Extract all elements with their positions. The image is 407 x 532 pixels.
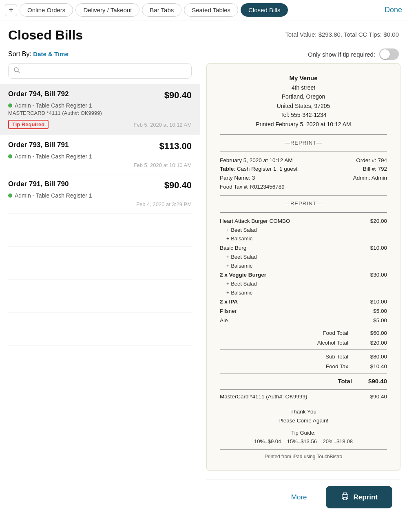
printed-from: Printed from iPad using TouchBistro [220,449,387,461]
reprint-button[interactable]: Reprint [326,486,393,508]
receipt-tel: Tel: 555-342-1234 [220,110,387,119]
alcohol-total-val: $20.00 [365,339,387,347]
tab-online-orders[interactable]: Online Orders [20,3,73,17]
receipt-food-tax-num: Food Tax #: R0123456789 [220,182,387,191]
receipt-address2: Portland, Oregon [220,92,387,101]
receipt-party: Party Name: 3 [220,174,255,182]
food-tax-row: Food Tax $10.40 [220,362,387,371]
receipt-item-row: 2 x Veggie Burger $30.00 [220,270,387,279]
sort-row: Sort By: Date & Time Only show if tip re… [0,45,407,63]
printer-icon [341,492,349,503]
receipt-reprint1: —REPRINT— [220,139,387,147]
top-nav: + Online Orders Delivery / Takeout Bar T… [0,0,407,20]
payment-row: MasterCard *4111 (Auth#: OK9999) $90.40 [220,389,387,401]
left-panel: Order 794, Bill 792 $90.40 Admin - Table… [0,63,200,515]
empty-slot [8,213,192,246]
thank-you-1: Thank You [220,407,387,416]
item-mod: + Beet Salad [220,253,387,262]
bottom-bar: More Reprint [206,479,400,515]
tab-seated-tables[interactable]: Seated Tables [184,3,238,17]
food-tax-label: Food Tax [326,362,348,371]
item-price: $30.00 [370,270,387,279]
tab-bar-tabs[interactable]: Bar Tabs [142,3,181,17]
tab-delivery-takeout[interactable]: Delivery / Takeout [75,3,139,17]
food-total-row: Food Total $60.00 [220,329,387,338]
thank-you-2: Please Come Again! [220,416,387,425]
search-bar[interactable] [8,63,192,79]
receipt-table: Table: Cash Register 1, 1 guest [220,165,297,174]
sort-by: Sort By: Date & Time [8,51,69,58]
tip-guide: Tip Guide: 10%=$9.04 15%=$13.56 20%=$18.… [220,429,387,446]
grand-total-label: Total [338,376,352,386]
receipt-item-row: Basic Burg $10.00 [220,244,387,253]
order-register: Admin - Table Cash Register 1 [15,192,92,199]
item-price: $5.00 [373,307,387,316]
order-title: Order 793, Bill 791 [8,141,69,149]
tip-15: 15%=$13.56 [287,438,317,444]
order-item[interactable]: Order 793, Bill 791 $113.00 Admin - Tabl… [8,135,192,174]
receipt-divider2 [220,152,387,152]
receipt-totals: Food Total $60.00 Alcohol Total $20.00 S… [220,329,387,401]
order-time: Feb 5, 2020 at 10:12 AM [134,122,192,128]
item-price: $10.00 [370,297,387,306]
receipt-bill-num: Bill #: 792 [363,165,387,174]
item-price: $5.00 [373,316,387,325]
payment-method: MasterCard *4111 (Auth#: OK9999) [220,392,307,401]
receipt-item-row: Pilsner $5.00 [220,307,387,316]
item-price: $20.00 [370,217,387,226]
more-button[interactable]: More [279,488,319,506]
tip-guide-label: Tip Guide: [291,430,316,436]
svg-rect-3 [343,497,347,500]
order-time: Feb 4, 2020 at 3:29 PM [8,201,192,207]
order-price: $90.40 [164,90,192,101]
svg-point-4 [347,496,347,497]
receipt-order-num: Order #: 794 [356,156,387,165]
receipt-items: Heart Attack Burger COMBO $20.00 + Beet … [220,217,387,325]
subtotal-label: Sub Total [325,352,348,361]
svg-line-1 [18,71,20,73]
tab-closed-bills[interactable]: Closed Bills [241,3,288,17]
sort-value[interactable]: Date & Time [33,51,68,57]
sort-label: Sort By: [8,51,31,57]
subtotal-row: Sub Total $80.00 [220,352,387,361]
done-button[interactable]: Done [385,6,402,14]
status-dot [8,193,12,198]
subtotal-divider2 [220,374,387,374]
search-icon [13,67,20,75]
order-title: Order 791, Bill 790 [8,180,69,188]
receipt-address1: 4th street [220,83,387,92]
main-content: Order 794, Bill 792 $90.40 Admin - Table… [0,63,407,515]
empty-slot [8,279,192,312]
venue-name: My Venue [220,73,387,83]
tip-filter-toggle[interactable] [379,48,399,60]
receipt-footer: Thank You Please Come Again! [220,407,387,425]
subtotal-val: $80.00 [365,352,387,361]
tip-filter: Only show if tip required: [308,48,399,60]
empty-slot [8,312,192,345]
alcohol-total-label: Alcohol Total [317,339,348,347]
order-card: MASTERCARD *4111 (Auth#: OK9999) [8,110,192,116]
status-dot [8,154,12,158]
right-panel: My Venue 4th street Portland, Oregon Uni… [200,63,407,515]
receipt-reprint2: —REPRINT— [220,200,387,208]
search-input[interactable] [23,68,186,75]
receipt-admin: Admin: Admin [353,174,387,182]
header-stats: Total Value: $293.80, Total CC Tips: $0.… [285,31,399,38]
order-item[interactable]: Order 794, Bill 792 $90.40 Admin - Table… [0,84,200,135]
order-register: Admin - Table Cash Register 1 [15,153,92,160]
add-button[interactable]: + [5,4,17,16]
receipt-header: My Venue 4th street Portland, Oregon Uni… [220,73,387,129]
item-price: $10.00 [370,244,387,253]
payment-amount: $90.40 [370,392,387,401]
receipt-address3: United States, 97205 [220,101,387,110]
receipt-card: My Venue 4th street Portland, Oregon Uni… [206,63,400,471]
item-name: Heart Attack Burger COMBO [220,217,290,226]
item-name: 2 x IPA [220,297,238,306]
item-mod: + Balsamic [220,235,387,243]
receipt-divider1 [220,134,387,135]
empty-slot [8,246,192,279]
order-item[interactable]: Order 791, Bill 790 $90.40 Admin - Table… [8,174,192,213]
order-time: Feb 5, 2020 at 10:10 AM [8,162,192,168]
tip-required-badge: Tip Required [8,120,49,129]
food-total-label: Food Total [323,329,348,338]
